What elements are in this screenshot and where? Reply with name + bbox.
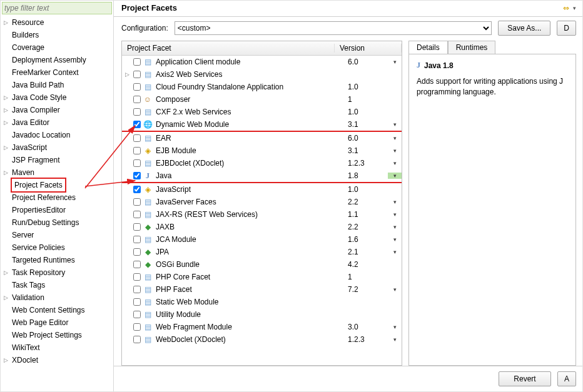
version-dropdown-icon[interactable]: ▾ [388, 324, 402, 330]
sidebar-item[interactable]: Java Build Path [1, 79, 113, 91]
expand-icon[interactable]: ▷ [1, 91, 11, 104]
sidebar-item[interactable]: Coverage [1, 41, 113, 54]
sidebar-item[interactable]: WikiText [1, 341, 113, 354]
facet-row[interactable]: ▤Utility Module [122, 308, 402, 321]
expand-icon[interactable]: ▷ [1, 166, 11, 179]
facet-checkbox[interactable] [132, 236, 142, 243]
facet-row[interactable]: ▤JAX-RS (REST Web Services)1.1▾ [122, 208, 402, 221]
sidebar-item[interactable]: ▷Java Editor [1, 116, 113, 129]
preferences-tree[interactable]: ▷ResourceBuildersCoverageDeployment Asse… [1, 16, 113, 391]
sidebar-item[interactable]: ▷XDoclet [1, 354, 113, 366]
facet-checkbox[interactable] [132, 58, 142, 66]
facet-checkbox[interactable] [132, 261, 142, 268]
facet-row[interactable]: ▤PHP Core Facet1 [122, 271, 402, 283]
sidebar-item[interactable]: Targeted Runtimes [1, 254, 113, 266]
expand-icon[interactable]: ▷ [1, 266, 11, 279]
version-dropdown-icon[interactable]: ▾ [388, 336, 402, 343]
facet-checkbox[interactable] [132, 248, 142, 256]
facet-checkbox[interactable] [132, 83, 142, 91]
version-dropdown-icon[interactable]: ▾ [388, 211, 402, 218]
version-dropdown-icon[interactable]: ▾ [388, 286, 402, 293]
config-select[interactable]: <custom> [175, 21, 492, 35]
sidebar-item[interactable]: Project Facets [1, 179, 113, 191]
sidebar-item[interactable]: Task Tags [1, 279, 113, 291]
sidebar-item[interactable]: ▷Maven [1, 166, 113, 179]
facet-row[interactable]: ▤JavaServer Faces2.2▾ [122, 196, 402, 208]
col-facet[interactable]: Project Facet [122, 44, 335, 53]
tab-runtimes[interactable]: Runtimes [448, 41, 496, 54]
facet-row[interactable]: ☺Composer1 [122, 93, 402, 106]
facet-row[interactable]: ▤JCA Module1.6▾ [122, 233, 402, 246]
facet-row[interactable]: ▤Web Fragment Module3.0▾ [122, 321, 402, 333]
expand-icon[interactable]: ▷ [1, 116, 11, 129]
sidebar-item[interactable]: ▷JavaScript [1, 141, 113, 154]
expand-icon[interactable]: ▷ [122, 71, 132, 78]
version-dropdown-icon[interactable]: ▾ [388, 59, 402, 65]
sidebar-item[interactable]: ▷Java Compiler [1, 104, 113, 116]
sidebar-item[interactable]: Javadoc Location [1, 129, 113, 141]
facet-checkbox[interactable] [132, 311, 142, 318]
facet-checkbox[interactable] [132, 336, 142, 343]
facet-row[interactable]: ▤CXF 2.x Web Services1.0 [122, 106, 402, 118]
facet-checkbox[interactable] [132, 147, 142, 154]
facet-checkbox[interactable] [132, 186, 142, 193]
version-dropdown-icon[interactable]: ▾ [388, 148, 402, 154]
facet-checkbox[interactable] [132, 159, 142, 167]
facet-row[interactable]: ◆JPA2.1▾ [122, 246, 402, 258]
menu-icon[interactable]: ▾ [573, 5, 576, 11]
sidebar-item[interactable]: ▷Resource [1, 16, 113, 29]
facet-checkbox[interactable] [132, 273, 142, 281]
facet-checkbox[interactable] [132, 96, 142, 103]
facet-checkbox[interactable] [132, 108, 142, 116]
facet-checkbox[interactable] [132, 298, 142, 306]
back-forward-icon[interactable]: ⇔ [563, 4, 569, 13]
facet-row[interactable]: ▤Cloud Foundry Standalone Application1.0 [122, 81, 402, 93]
facet-row[interactable]: ◆JAXB2.2▾ [122, 221, 402, 233]
expand-icon[interactable]: ▷ [1, 291, 11, 304]
facet-checkbox[interactable] [132, 323, 142, 331]
facet-row[interactable]: ▤Static Web Module [122, 296, 402, 308]
facet-row[interactable]: ▤EJBDoclet (XDoclet)1.2.3▾ [122, 157, 402, 169]
filter-input[interactable] [3, 4, 111, 13]
facet-checkbox[interactable] [132, 198, 142, 206]
facet-row[interactable]: ▤Application Client module6.0▾ [122, 56, 402, 68]
expand-icon[interactable]: ▷ [1, 141, 11, 154]
expand-icon[interactable]: ▷ [1, 104, 11, 116]
facet-row[interactable]: ▤PHP Facet7.2▾ [122, 283, 402, 296]
sidebar-item[interactable]: Run/Debug Settings [1, 216, 113, 229]
facet-checkbox[interactable] [132, 286, 142, 293]
sidebar-item[interactable]: Server [1, 229, 113, 241]
facet-checkbox[interactable] [132, 121, 142, 128]
sidebar-item[interactable]: ▷Task Repository [1, 266, 113, 279]
sidebar-item[interactable]: ▷Validation [1, 291, 113, 304]
facet-row[interactable]: ▤WebDoclet (XDoclet)1.2.3▾ [122, 333, 402, 346]
version-dropdown-icon[interactable]: ▾ [388, 249, 402, 255]
tab-details[interactable]: Details [408, 41, 448, 54]
version-dropdown-icon[interactable]: ▾ [388, 236, 402, 243]
sidebar-item[interactable]: JSP Fragment [1, 154, 113, 166]
facet-row[interactable]: ◈EJB Module3.1▾ [122, 144, 402, 157]
sidebar-item[interactable]: Web Page Editor [1, 316, 113, 329]
version-dropdown-icon[interactable]: ▾ [388, 121, 402, 128]
expand-icon[interactable]: ▷ [1, 354, 11, 366]
apply-button[interactable]: A [557, 371, 576, 386]
sidebar-item[interactable]: Web Project Settings [1, 329, 113, 341]
facet-checkbox[interactable] [132, 223, 142, 231]
facet-checkbox[interactable] [132, 134, 142, 142]
facet-checkbox[interactable] [132, 172, 142, 179]
facet-row[interactable]: ◆OSGi Bundle4.2 [122, 258, 402, 271]
facet-row[interactable]: JJava1.8▾ [122, 169, 402, 183]
sidebar-item[interactable]: Deployment Assembly [1, 54, 113, 66]
save-as-button[interactable]: Save As... [498, 21, 550, 36]
sidebar-item[interactable]: Project References [1, 191, 113, 204]
facet-row[interactable]: ▷▤Axis2 Web Services [122, 68, 402, 81]
facet-row[interactable]: ▤EAR6.0▾ [122, 132, 402, 144]
delete-button[interactable]: D [557, 21, 576, 36]
facet-checkbox[interactable] [132, 71, 142, 78]
sidebar-item[interactable]: Builders [1, 29, 113, 41]
facet-checkbox[interactable] [132, 211, 142, 218]
facet-row[interactable]: ◈JavaScript1.0 [122, 183, 402, 196]
version-dropdown-icon[interactable]: ▾ [388, 135, 402, 141]
facet-row[interactable]: 🌐Dynamic Web Module3.1▾ [122, 118, 402, 132]
version-dropdown-icon[interactable]: ▾ [388, 199, 402, 205]
